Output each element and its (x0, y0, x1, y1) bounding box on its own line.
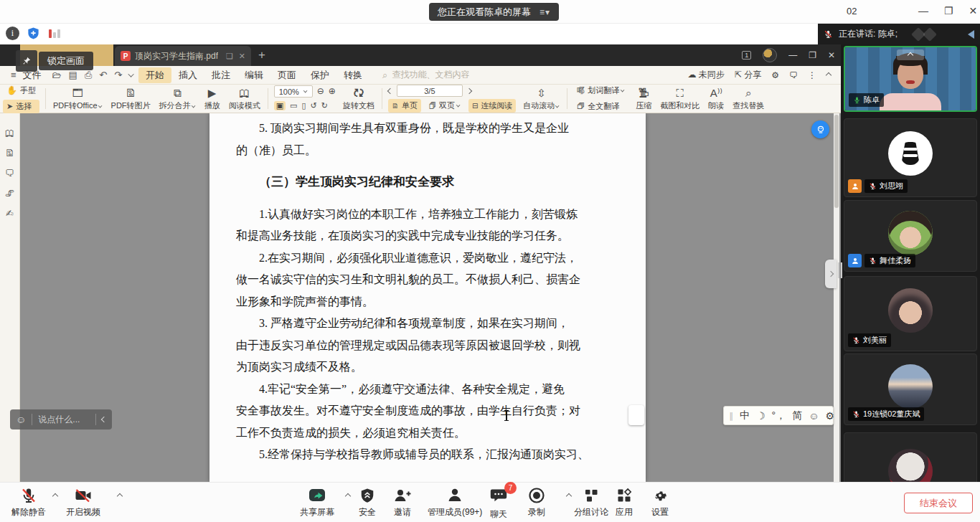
fit-page-icon[interactable]: ▣ (274, 101, 286, 110)
pdf-document-tab[interactable]: P 顶岗实习学生指南.pdf ❏ ✕ (115, 46, 251, 66)
wps-close-icon[interactable]: ✕ (828, 50, 835, 60)
start-video-button[interactable]: 开启视频 (66, 487, 100, 518)
ime-emoji-icon[interactable]: ☺ (809, 410, 819, 422)
ime-toolbar[interactable]: ∥ 中 ☽ °， 简 ☺ ⚙ (723, 406, 834, 425)
word-translate-button[interactable]: 㖿划词翻译 (573, 84, 628, 98)
apps-button[interactable]: 应用 (616, 487, 633, 518)
more-commands-icon[interactable] (128, 71, 133, 77)
ime-settings-icon[interactable]: ⚙ (825, 410, 834, 422)
participant-tile-liumeili[interactable]: 刘美丽 (844, 276, 977, 351)
read-mode-button[interactable]: 🕮 阅读模式 (225, 85, 265, 113)
wps-search-box[interactable]: ⌕ 查找功能、文档内容 (382, 69, 469, 81)
pin-icon[interactable] (16, 50, 37, 72)
quick-chat-bubble[interactable]: ☺ 说点什么... (10, 409, 112, 430)
full-translate-button[interactable]: 🗇全文翻译 (573, 100, 628, 113)
page-indicator[interactable]: 3/5 (397, 85, 463, 97)
tab-close-icon[interactable]: ✕ (239, 52, 245, 61)
undo-icon[interactable]: ↶ (95, 70, 110, 80)
zoom-level-select[interactable]: 100% (274, 85, 313, 98)
next-page-icon[interactable] (466, 87, 472, 93)
hand-tool[interactable]: ✋手型 (3, 84, 39, 98)
security-button[interactable]: 安全 (359, 487, 376, 518)
pdf-to-image-button[interactable]: 🖻 PDF转图片 (107, 85, 155, 113)
mic-options-caret[interactable] (52, 493, 58, 499)
hide-panel-arrow-icon[interactable] (968, 30, 974, 39)
emoji-icon[interactable]: ☺ (16, 414, 26, 425)
info-icon[interactable]: i (6, 27, 19, 40)
menu-tab-protect[interactable]: 保护 (303, 69, 336, 82)
rotate-doc-button[interactable]: 🗘 旋转文档 (339, 85, 379, 113)
double-page-button[interactable]: 🗍双页 (425, 99, 464, 113)
record-button[interactable]: 录制 (528, 487, 545, 518)
document-viewport[interactable]: 🕮 🖻 🗨 🖇 ✍ 5. 顶岗实习期间学生具有双重身份，既是学校的学生又是企业 … (0, 113, 841, 482)
prev-page-icon[interactable] (387, 87, 393, 93)
play-button[interactable]: ▶ 播放 (200, 85, 225, 113)
participant-tile-chenzhuo[interactable]: 陈卓 (844, 46, 977, 112)
new-tab-button[interactable]: + (258, 48, 265, 62)
wps-restore-icon[interactable]: ❐ (809, 50, 816, 60)
wps-account-avatar[interactable] (763, 48, 777, 62)
sync-status[interactable]: ☁ 未同步 (687, 69, 724, 81)
fit-height-icon[interactable]: ▯ (301, 100, 306, 112)
end-meeting-button[interactable]: 结束会议 (904, 493, 973, 513)
comment-icon[interactable]: 🗨 (5, 168, 14, 179)
video-options-caret[interactable] (117, 493, 123, 499)
fit-width-icon[interactable]: ▭ (290, 100, 297, 112)
panel-collapse-handle[interactable] (825, 260, 837, 288)
select-tool[interactable]: ➤选择 (3, 100, 39, 113)
find-replace-button[interactable]: ⌕ 查找替换 (728, 85, 768, 113)
redo-icon[interactable]: ↷ (110, 70, 126, 80)
rotate-right-icon[interactable]: ↻ (321, 100, 328, 112)
pdf-to-office-button[interactable]: 🗔 PDF转Office (49, 85, 107, 113)
single-page-button[interactable]: 🗎单页 (388, 99, 421, 113)
invite-button[interactable]: 邀请 (393, 487, 412, 518)
panel-resize-handle[interactable] (838, 262, 842, 278)
read-aloud-button[interactable]: A⁾⁾ 朗读 (704, 85, 728, 113)
participant-tile-partial[interactable] (844, 432, 977, 482)
manage-members-button[interactable]: 管理成员(99+) (428, 487, 482, 518)
record-options-caret[interactable] (566, 493, 572, 499)
ime-drag-handle[interactable]: ∥ (729, 411, 733, 421)
maximize-icon[interactable]: ❐ (944, 5, 953, 16)
signal-bars-icon[interactable] (47, 28, 62, 39)
scrollbar-thumb[interactable] (834, 115, 839, 208)
minimize-icon[interactable]: — (918, 5, 928, 16)
banner-menu-icon[interactable]: ≡▾ (540, 7, 550, 17)
stamp-icon[interactable]: ✍ (6, 208, 14, 219)
participant-tile-wujiarouyang[interactable]: 舞佳柔扬 (844, 200, 977, 272)
document-scrollbar[interactable] (834, 113, 839, 482)
ime-charset-mode[interactable]: 简 (792, 409, 802, 422)
collapse-tiles-button[interactable] (897, 49, 924, 60)
unmute-button[interactable]: 解除静音 (11, 487, 46, 518)
ime-halfwidth-icon[interactable]: ☽ (756, 410, 765, 422)
menu-tab-comment[interactable]: 批注 (204, 69, 237, 82)
share-options-caret[interactable] (345, 493, 351, 499)
bookmark-icon[interactable]: 🕮 (5, 128, 14, 138)
tab-pin-icon[interactable]: ❏ (226, 52, 233, 61)
wps-minimize-icon[interactable]: — (788, 50, 797, 60)
ime-lang-mode[interactable]: 中 (740, 409, 750, 422)
share-button[interactable]: ⇱ 分享 (735, 69, 761, 81)
zoom-in-icon[interactable]: ⊕ (329, 85, 336, 98)
split-window-icon[interactable]: 1 (742, 51, 751, 60)
zoom-out-icon[interactable]: ⊖ (317, 85, 324, 98)
rotate-left-icon[interactable]: ↺ (311, 100, 317, 112)
menu-tab-page[interactable]: 页面 (270, 69, 303, 82)
page-scroll-widget[interactable] (628, 405, 644, 425)
menu-tab-edit[interactable]: 编辑 (237, 69, 270, 82)
attachment-icon[interactable]: 🖇 (5, 188, 14, 199)
share-screen-button[interactable]: 共享屏幕 (300, 487, 334, 518)
quick-chat-placeholder[interactable]: 说点什么... (38, 414, 90, 426)
wps-assistant-button[interactable] (811, 120, 829, 138)
chat-button[interactable]: 7 聊天 (489, 487, 508, 521)
menu-tab-convert[interactable]: 转换 (336, 69, 369, 82)
thumbnail-icon[interactable]: 🖻 (5, 148, 14, 158)
participant-tile-dongqingbin[interactable]: 19连锁02董庆斌 (844, 353, 977, 425)
menu-tab-home[interactable]: 开始 (138, 67, 171, 83)
ime-punct-mode[interactable]: °， (772, 409, 786, 422)
continuous-read-button[interactable]: ⊟连续阅读 (468, 99, 516, 113)
compress-button[interactable]: 🗜 压缩 (631, 85, 656, 113)
ribbon-settings-icon[interactable]: ⚙ (771, 70, 779, 80)
shield-plus-icon[interactable] (27, 27, 40, 40)
settings-button[interactable]: 设置 (651, 487, 669, 518)
